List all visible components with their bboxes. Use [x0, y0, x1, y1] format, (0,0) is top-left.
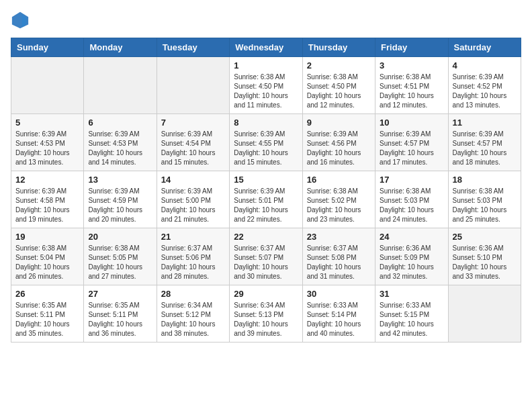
day-number: 2 [307, 60, 371, 71]
weekday-header-friday: Friday [375, 38, 448, 57]
day-number: 16 [307, 175, 371, 185]
week-row-2: 5Sunrise: 6:39 AMSunset: 4:53 PMDaylight… [11, 114, 521, 171]
day-cell: 10Sunrise: 6:39 AMSunset: 4:57 PMDayligh… [375, 114, 448, 171]
day-info: Sunrise: 6:36 AMSunset: 5:09 PMDaylight:… [380, 244, 443, 281]
day-info: Sunrise: 6:39 AMSunset: 4:53 PMDaylight:… [15, 130, 79, 167]
day-number: 7 [161, 118, 225, 128]
day-info: Sunrise: 6:38 AMSunset: 5:04 PMDaylight:… [15, 244, 79, 281]
day-cell: 13Sunrise: 6:39 AMSunset: 4:59 PMDayligh… [84, 171, 157, 228]
day-number: 13 [88, 175, 152, 185]
day-info: Sunrise: 6:38 AMSunset: 5:02 PMDaylight:… [307, 187, 371, 224]
day-number: 12 [15, 175, 79, 185]
calendar-table: SundayMondayTuesdayWednesdayThursdayFrid… [11, 38, 521, 342]
day-info: Sunrise: 6:34 AMSunset: 5:13 PMDaylight:… [234, 301, 298, 338]
day-cell: 14Sunrise: 6:39 AMSunset: 5:00 PMDayligh… [157, 171, 229, 228]
day-cell: 7Sunrise: 6:39 AMSunset: 4:54 PMDaylight… [157, 114, 229, 171]
day-info: Sunrise: 6:38 AMSunset: 5:05 PMDaylight:… [88, 244, 152, 281]
day-cell: 28Sunrise: 6:34 AMSunset: 5:12 PMDayligh… [157, 285, 229, 342]
day-cell: 23Sunrise: 6:37 AMSunset: 5:08 PMDayligh… [302, 228, 375, 285]
day-cell: 11Sunrise: 6:39 AMSunset: 4:57 PMDayligh… [448, 114, 521, 171]
day-info: Sunrise: 6:39 AMSunset: 4:54 PMDaylight:… [161, 130, 225, 167]
day-number: 15 [234, 175, 298, 185]
day-cell: 15Sunrise: 6:39 AMSunset: 5:01 PMDayligh… [230, 171, 302, 228]
day-cell [84, 57, 157, 114]
day-info: Sunrise: 6:37 AMSunset: 5:06 PMDaylight:… [161, 244, 225, 281]
day-info: Sunrise: 6:38 AMSunset: 5:03 PMDaylight:… [380, 187, 443, 224]
day-cell: 22Sunrise: 6:37 AMSunset: 5:07 PMDayligh… [230, 228, 302, 285]
day-cell [157, 57, 229, 114]
day-cell: 17Sunrise: 6:38 AMSunset: 5:03 PMDayligh… [375, 171, 448, 228]
day-cell: 5Sunrise: 6:39 AMSunset: 4:53 PMDaylight… [11, 114, 84, 171]
day-number: 25 [453, 232, 517, 242]
day-cell: 26Sunrise: 6:35 AMSunset: 5:11 PMDayligh… [11, 285, 84, 342]
day-info: Sunrise: 6:38 AMSunset: 5:03 PMDaylight:… [453, 187, 517, 224]
day-info: Sunrise: 6:33 AMSunset: 5:15 PMDaylight:… [380, 301, 443, 338]
day-number: 4 [453, 60, 517, 71]
day-cell: 16Sunrise: 6:38 AMSunset: 5:02 PMDayligh… [302, 171, 375, 228]
day-info: Sunrise: 6:37 AMSunset: 5:08 PMDaylight:… [307, 244, 371, 281]
week-row-3: 12Sunrise: 6:39 AMSunset: 4:58 PMDayligh… [11, 171, 521, 228]
week-row-4: 19Sunrise: 6:38 AMSunset: 5:04 PMDayligh… [11, 228, 521, 285]
day-number: 3 [380, 60, 443, 71]
day-number: 28 [161, 289, 225, 299]
day-number: 14 [161, 175, 225, 185]
day-number: 19 [15, 232, 79, 242]
day-cell: 12Sunrise: 6:39 AMSunset: 4:58 PMDayligh… [11, 171, 84, 228]
weekday-header-monday: Monday [84, 38, 157, 57]
day-info: Sunrise: 6:39 AMSunset: 4:57 PMDaylight:… [380, 130, 443, 167]
day-number: 26 [15, 289, 79, 299]
day-info: Sunrise: 6:33 AMSunset: 5:14 PMDaylight:… [307, 301, 371, 338]
weekday-header-wednesday: Wednesday [230, 38, 302, 57]
day-cell: 3Sunrise: 6:38 AMSunset: 4:51 PMDaylight… [375, 57, 448, 114]
day-number: 18 [453, 175, 517, 185]
day-cell: 20Sunrise: 6:38 AMSunset: 5:05 PMDayligh… [84, 228, 157, 285]
day-number: 10 [380, 118, 443, 128]
day-number: 8 [234, 118, 298, 128]
day-cell: 19Sunrise: 6:38 AMSunset: 5:04 PMDayligh… [11, 228, 84, 285]
day-info: Sunrise: 6:39 AMSunset: 4:52 PMDaylight:… [453, 73, 517, 110]
day-cell: 6Sunrise: 6:39 AMSunset: 4:53 PMDaylight… [84, 114, 157, 171]
day-info: Sunrise: 6:37 AMSunset: 5:07 PMDaylight:… [234, 244, 298, 281]
day-number: 27 [88, 289, 152, 299]
day-info: Sunrise: 6:39 AMSunset: 4:56 PMDaylight:… [307, 130, 371, 167]
day-info: Sunrise: 6:39 AMSunset: 5:01 PMDaylight:… [234, 187, 298, 224]
day-info: Sunrise: 6:38 AMSunset: 4:50 PMDaylight:… [307, 73, 371, 110]
day-cell: 30Sunrise: 6:33 AMSunset: 5:14 PMDayligh… [302, 285, 375, 342]
day-cell: 8Sunrise: 6:39 AMSunset: 4:55 PMDaylight… [230, 114, 302, 171]
day-cell: 1Sunrise: 6:38 AMSunset: 4:50 PMDaylight… [230, 57, 302, 114]
day-number: 24 [380, 232, 443, 242]
day-info: Sunrise: 6:39 AMSunset: 5:00 PMDaylight:… [161, 187, 225, 224]
day-cell: 25Sunrise: 6:36 AMSunset: 5:10 PMDayligh… [448, 228, 521, 285]
day-cell: 21Sunrise: 6:37 AMSunset: 5:06 PMDayligh… [157, 228, 229, 285]
day-cell: 27Sunrise: 6:35 AMSunset: 5:11 PMDayligh… [84, 285, 157, 342]
day-cell: 9Sunrise: 6:39 AMSunset: 4:56 PMDaylight… [302, 114, 375, 171]
weekday-header-saturday: Saturday [448, 38, 521, 57]
day-number: 21 [161, 232, 225, 242]
day-cell: 18Sunrise: 6:38 AMSunset: 5:03 PMDayligh… [448, 171, 521, 228]
day-info: Sunrise: 6:39 AMSunset: 4:58 PMDaylight:… [15, 187, 79, 224]
day-number: 30 [307, 289, 371, 299]
day-number: 23 [307, 232, 371, 242]
day-info: Sunrise: 6:36 AMSunset: 5:10 PMDaylight:… [453, 244, 517, 281]
page-header [11, 11, 521, 30]
day-cell: 29Sunrise: 6:34 AMSunset: 5:13 PMDayligh… [230, 285, 302, 342]
weekday-header-row: SundayMondayTuesdayWednesdayThursdayFrid… [11, 38, 521, 57]
day-number: 29 [234, 289, 298, 299]
day-cell: 24Sunrise: 6:36 AMSunset: 5:09 PMDayligh… [375, 228, 448, 285]
day-info: Sunrise: 6:39 AMSunset: 4:55 PMDaylight:… [234, 130, 298, 167]
day-info: Sunrise: 6:38 AMSunset: 4:50 PMDaylight:… [234, 73, 298, 110]
day-number: 6 [88, 118, 152, 128]
weekday-header-thursday: Thursday [302, 38, 375, 57]
day-number: 5 [15, 118, 79, 128]
day-number: 22 [234, 232, 298, 242]
logo-icon [11, 11, 30, 30]
day-number: 1 [234, 60, 298, 71]
day-info: Sunrise: 6:34 AMSunset: 5:12 PMDaylight:… [161, 301, 225, 338]
day-info: Sunrise: 6:38 AMSunset: 4:51 PMDaylight:… [380, 73, 443, 110]
day-cell [11, 57, 84, 114]
day-number: 11 [453, 118, 517, 128]
weekday-header-tuesday: Tuesday [157, 38, 229, 57]
day-info: Sunrise: 6:39 AMSunset: 4:57 PMDaylight:… [453, 130, 517, 167]
weekday-header-sunday: Sunday [11, 38, 84, 57]
day-info: Sunrise: 6:35 AMSunset: 5:11 PMDaylight:… [15, 301, 79, 338]
